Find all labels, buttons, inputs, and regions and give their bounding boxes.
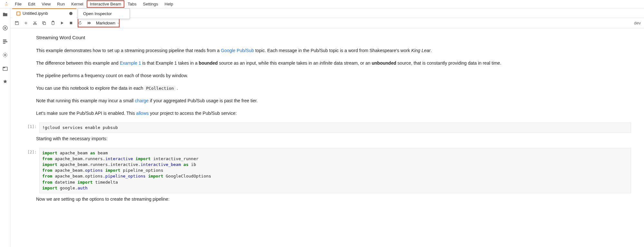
execution-prompt: [1]: (23, 123, 39, 129)
menu-run[interactable]: Run (54, 0, 68, 8)
menu-tabs[interactable]: Tabs (124, 0, 139, 8)
menu-view[interactable]: View (38, 0, 54, 8)
menu-edit[interactable]: Edit (25, 0, 38, 8)
markdown-cell[interactable]: Starting with the necessary imports: (36, 135, 644, 142)
copy-button[interactable] (39, 19, 48, 28)
restart-run-all-button[interactable] (84, 19, 93, 28)
menu-interactive-beam[interactable]: Interactive Beam (87, 0, 125, 8)
svg-rect-10 (17, 12, 20, 15)
tab-title: Untitled.ipynb (23, 11, 48, 16)
insert-cell-button[interactable] (21, 19, 30, 28)
paragraph: The difference between this example and … (36, 60, 631, 67)
svg-rect-18 (70, 22, 72, 24)
celltype-label: Markdown (96, 21, 115, 25)
execution-prompt: [2]: (23, 148, 39, 154)
code-cell[interactable]: [1]:!gcloud services enable pubsub (23, 123, 644, 133)
paragraph: The pipeline performs a frequency count … (36, 72, 631, 79)
menu-help[interactable]: Help (161, 0, 177, 8)
paragraph: Note that running this example may incur… (36, 97, 631, 104)
markdown-cell[interactable]: Streaming Word CountThis example demonst… (36, 34, 644, 117)
restart-button[interactable] (75, 19, 84, 28)
paragraph: Let's make sure the Pub/Sub API is enabl… (36, 110, 631, 117)
markdown-cell[interactable]: Now we are setting up the options to cre… (36, 196, 644, 203)
link[interactable]: Example 1 (120, 60, 141, 66)
running-icon[interactable] (2, 25, 8, 31)
settings-icon[interactable] (2, 52, 8, 58)
menubar: FileEditViewRunKernelInteractive BeamTab… (0, 0, 644, 8)
interrupt-button[interactable] (66, 19, 75, 28)
svg-rect-5 (3, 43, 5, 44)
interactive-beam-dropdown: Open Inspector (78, 8, 130, 19)
commands-icon[interactable] (2, 39, 8, 44)
paragraph: Starting with the necessary imports: (36, 135, 631, 142)
menu-file[interactable]: File (12, 0, 25, 8)
run-button[interactable] (57, 19, 66, 28)
tab-dirty-indicator (69, 12, 72, 15)
tabs-icon[interactable] (2, 66, 8, 71)
folder-icon[interactable] (2, 12, 8, 17)
celltype-selector[interactable]: Markdown (93, 21, 122, 25)
paragraph: You can use this notebook to explore the… (36, 85, 631, 92)
link[interactable]: charge (135, 98, 149, 103)
paragraph: This example demonstrates how to set up … (36, 47, 631, 54)
link[interactable]: Google Pub/Sub (221, 48, 254, 53)
toolbar: Markdown dev (10, 18, 644, 28)
chevron-down-icon (117, 22, 120, 25)
svg-rect-3 (3, 40, 6, 41)
cell-title: Streaming Word Count (36, 34, 631, 41)
left-rail (0, 8, 10, 247)
open-inspector-item[interactable]: Open Inspector (78, 9, 130, 19)
menu-kernel[interactable]: Kernel (68, 0, 87, 8)
code-cell[interactable]: [2]:import apache_beam as beam from apac… (23, 148, 644, 193)
menu-settings[interactable]: Settings (140, 0, 161, 8)
svg-rect-4 (3, 41, 7, 42)
kernel-label[interactable]: dev (634, 21, 642, 25)
cut-button[interactable] (30, 19, 39, 28)
svg-rect-11 (16, 22, 17, 23)
jupyter-logo (3, 1, 10, 7)
notebook-content: Streaming Word CountThis example demonst… (10, 28, 644, 247)
code-input[interactable]: import apache_beam as beam from apache_b… (39, 148, 631, 193)
svg-point-0 (6, 2, 7, 3)
link[interactable]: allows (136, 111, 149, 116)
svg-point-6 (4, 54, 6, 56)
notebook-icon (16, 11, 21, 16)
code-input[interactable]: !gcloud services enable pubsub (39, 123, 631, 133)
save-button[interactable] (12, 19, 21, 28)
paste-button[interactable] (48, 19, 57, 28)
svg-rect-8 (3, 67, 5, 68)
svg-rect-2 (4, 27, 6, 29)
extension-icon[interactable] (2, 79, 8, 85)
paragraph: Now we are setting up the options to cre… (36, 196, 631, 203)
svg-rect-15 (43, 23, 45, 25)
tab-untitled[interactable]: Untitled.ipynb (12, 8, 76, 18)
